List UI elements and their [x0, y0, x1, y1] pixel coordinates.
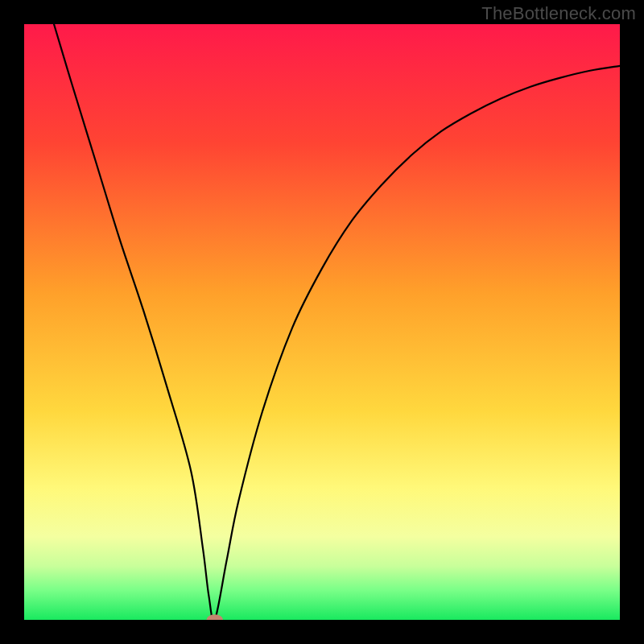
- chart-frame: { "watermark": "TheBottleneck.com", "col…: [0, 0, 644, 644]
- plot-area: [24, 24, 620, 620]
- chart-svg: [24, 24, 620, 620]
- watermark-text: TheBottleneck.com: [481, 3, 636, 24]
- gradient-background: [24, 24, 620, 620]
